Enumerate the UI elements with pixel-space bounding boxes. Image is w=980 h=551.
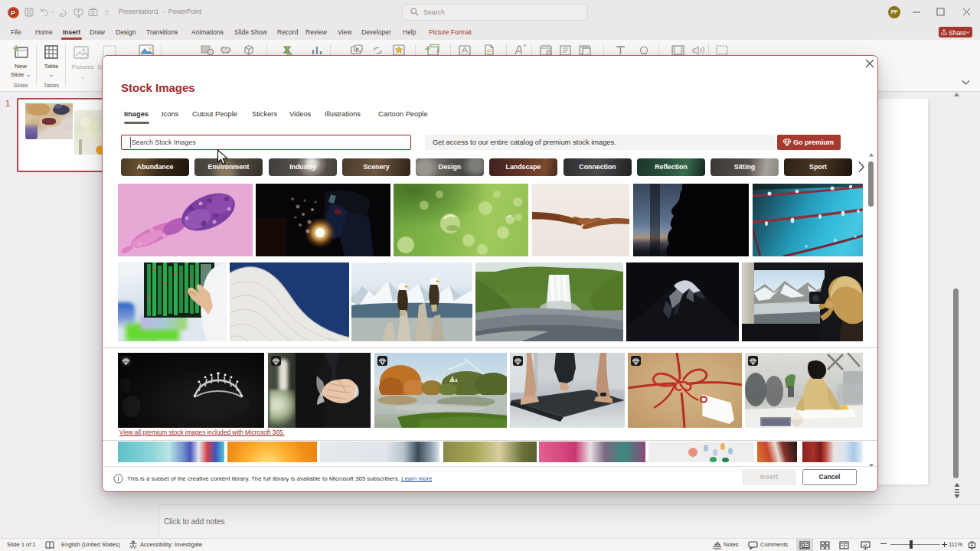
- svg-text:P: P: [11, 9, 15, 17]
